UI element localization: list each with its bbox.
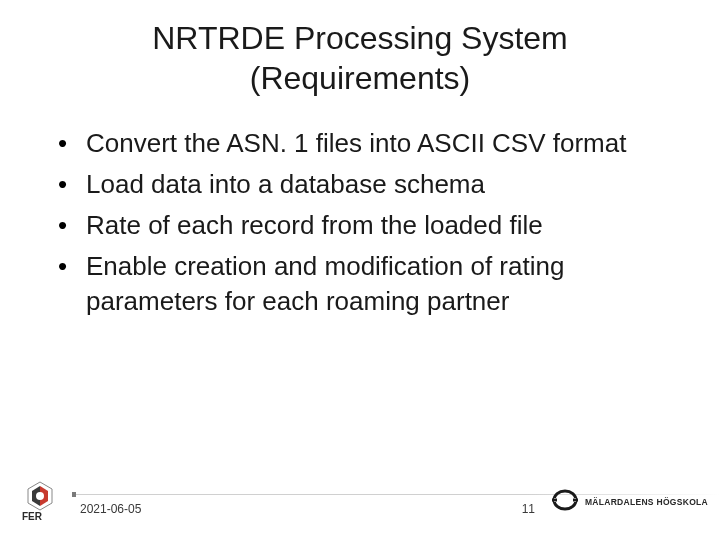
bullet-text: Convert the ASN. 1 files into ASCII CSV … xyxy=(86,128,626,158)
bullet-text: Enable creation and modification of rati… xyxy=(86,251,564,316)
svg-rect-7 xyxy=(573,499,578,502)
list-item: Rate of each record from the loaded file xyxy=(58,208,680,243)
list-item: Load data into a database schema xyxy=(58,167,680,202)
list-item: Enable creation and modification of rati… xyxy=(58,249,680,319)
slide-title: NRTRDE Processing System (Requirements) xyxy=(40,18,680,98)
svg-point-1 xyxy=(36,492,44,500)
fer-logo-icon: FER xyxy=(18,480,66,522)
svg-rect-6 xyxy=(552,499,557,502)
malardalens-logo-text: MÄLARDALENS HÖGSKOLA xyxy=(585,497,708,507)
title-line-2: (Requirements) xyxy=(250,60,471,96)
bullet-list: Convert the ASN. 1 files into ASCII CSV … xyxy=(40,126,680,319)
footer-date: 2021-06-05 xyxy=(80,502,141,516)
slide-footer: FER 2021-06-05 11 MÄLARDALENS HÖGSKOLA xyxy=(0,470,720,540)
svg-text:FER: FER xyxy=(22,511,43,522)
bullet-text: Load data into a database schema xyxy=(86,169,485,199)
slide: NRTRDE Processing System (Requirements) … xyxy=(0,0,720,540)
footer-page-number: 11 xyxy=(522,502,535,516)
list-item: Convert the ASN. 1 files into ASCII CSV … xyxy=(58,126,680,161)
malardalens-logo: MÄLARDALENS HÖGSKOLA xyxy=(551,488,708,516)
title-line-1: NRTRDE Processing System xyxy=(152,20,568,56)
malardalens-logo-icon xyxy=(551,488,579,516)
bullet-text: Rate of each record from the loaded file xyxy=(86,210,543,240)
